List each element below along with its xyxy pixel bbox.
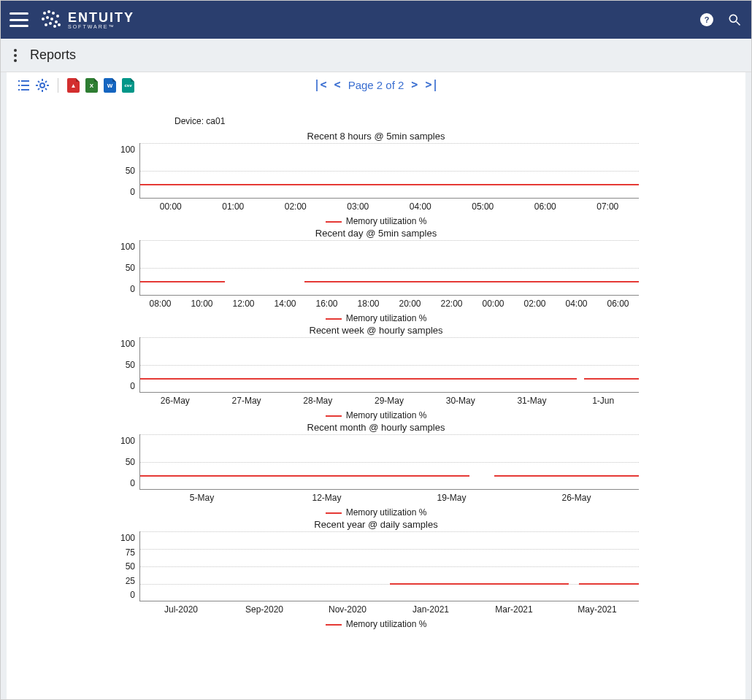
- plot-area: [139, 337, 639, 393]
- page-title: Reports: [30, 47, 76, 63]
- report-viewport[interactable]: ▲ X W csv |< < Page 2 of 2 > >| Device: …: [1, 72, 751, 699]
- chart-title: Recent year @ daily samples: [113, 519, 639, 530]
- svg-point-8: [45, 23, 47, 26]
- y-axis: 100500: [113, 143, 139, 199]
- legend-swatch-icon: [326, 318, 342, 320]
- doc-icon: W: [107, 82, 113, 89]
- page-prev-button[interactable]: <: [334, 78, 341, 91]
- paginator: |< < Page 2 of 2 > >|: [314, 78, 439, 91]
- export-pdf-button[interactable]: ▲: [67, 78, 80, 93]
- toolbar-separator: [58, 78, 58, 93]
- app-logo: ENTUITY SOFTWARE™: [40, 9, 134, 31]
- app-bar: ENTUITY SOFTWARE™ ?: [1, 1, 751, 39]
- chart-title: Recent day @ 5min samples: [113, 228, 639, 239]
- settings-button[interactable]: [36, 79, 49, 92]
- report-body: Device: ca01 Recent 8 hours @ 5min sampl…: [7, 99, 745, 644]
- chart-title: Recent month @ hourly samples: [113, 422, 639, 433]
- legend-label: Memory utilization %: [346, 507, 427, 518]
- page-next-button[interactable]: >: [411, 78, 418, 91]
- legend-label: Memory utilization %: [346, 410, 427, 420]
- svg-point-3: [56, 15, 59, 18]
- export-doc-button[interactable]: W: [104, 78, 116, 93]
- series-segment: [140, 184, 639, 185]
- toc-button[interactable]: [17, 79, 30, 92]
- svg-point-7: [55, 20, 58, 23]
- help-icon: ?: [700, 13, 713, 26]
- brand-sub: SOFTWARE™: [68, 24, 134, 29]
- gear-icon: [36, 79, 49, 92]
- x-axis: 5-May12-May19-May26-May: [139, 493, 639, 503]
- x-axis: 08:0010:0012:0014:0016:0018:0020:0022:00…: [139, 299, 639, 309]
- brand-name: ENTUITY: [68, 11, 134, 24]
- plot-area: [139, 434, 639, 490]
- svg-point-10: [53, 25, 56, 28]
- legend-label: Memory utilization %: [346, 313, 427, 323]
- svg-point-2: [52, 12, 55, 15]
- svg-point-20: [40, 83, 45, 88]
- chart-legend: Memory utilization %: [113, 410, 639, 420]
- svg-point-4: [42, 18, 45, 20]
- export-xls-button[interactable]: X: [85, 78, 98, 93]
- plot-area: [139, 240, 639, 296]
- x-axis: 00:0001:0002:0003:0004:0005:0006:0007:00: [139, 201, 639, 212]
- y-axis: 100500: [113, 240, 139, 296]
- chart-legend: Memory utilization %: [113, 507, 639, 518]
- svg-line-25: [38, 81, 39, 82]
- legend-swatch-icon: [326, 415, 342, 417]
- chart-title: Recent 8 hours @ 5min samples: [113, 131, 639, 142]
- svg-line-13: [737, 22, 740, 26]
- plot-area: [139, 531, 639, 601]
- series-segment: [390, 583, 569, 585]
- svg-point-11: [58, 23, 61, 26]
- legend-label: Memory utilization %: [346, 216, 427, 226]
- page-header: Reports: [1, 39, 751, 72]
- svg-point-12: [729, 15, 737, 22]
- svg-point-9: [49, 22, 52, 25]
- search-button[interactable]: [726, 12, 743, 28]
- chart-legend: Memory utilization %: [113, 216, 639, 226]
- svg-line-28: [45, 81, 47, 82]
- series-segment: [140, 281, 225, 282]
- y-axis: 100500: [113, 434, 139, 490]
- list-icon: [17, 79, 30, 92]
- legend-swatch-icon: [326, 221, 342, 223]
- report-paper: ▲ X W csv |< < Page 2 of 2 > >| Device: …: [7, 72, 745, 699]
- x-axis: 26-May27-May28-May29-May30-May31-May1-Ju…: [139, 396, 639, 406]
- page-menu-button[interactable]: [14, 49, 17, 62]
- series-segment: [140, 378, 577, 380]
- chart-1: Recent day @ 5min samples10050008:0010:0…: [113, 228, 639, 323]
- page-first-button[interactable]: |<: [314, 78, 327, 91]
- pdf-icon: ▲: [71, 82, 77, 89]
- svg-point-1: [47, 10, 50, 13]
- page-indicator: Page 2 of 2: [348, 79, 404, 91]
- help-button[interactable]: ?: [699, 12, 715, 28]
- chart-3: Recent month @ hourly samples1005005-May…: [113, 422, 639, 518]
- device-label: Device: ca01: [174, 116, 738, 126]
- svg-point-6: [50, 18, 53, 20]
- chart-4: Recent year @ daily samples1007550250Jul…: [113, 519, 639, 629]
- page-last-button[interactable]: >|: [425, 78, 438, 91]
- legend-label: Memory utilization %: [346, 619, 427, 629]
- csv-icon: csv: [124, 83, 131, 88]
- series-segment: [140, 475, 469, 477]
- x-axis: Jul-2020Sep-2020Nov-2020Jan-2021Mar-2021…: [139, 604, 639, 615]
- y-axis: 1007550250: [113, 531, 139, 601]
- chart-2: Recent week @ hourly samples10050026-May…: [113, 325, 639, 420]
- logo-mark-icon: [40, 9, 62, 31]
- series-segment: [304, 281, 639, 282]
- legend-swatch-icon: [326, 512, 342, 514]
- search-icon: [727, 12, 742, 27]
- chart-legend: Memory utilization %: [113, 619, 639, 629]
- chart-0: Recent 8 hours @ 5min samples10050000:00…: [113, 131, 639, 226]
- series-segment: [579, 583, 639, 585]
- y-axis: 100500: [113, 337, 139, 393]
- svg-line-27: [38, 88, 39, 90]
- svg-line-26: [45, 88, 47, 90]
- export-csv-button[interactable]: csv: [122, 78, 134, 93]
- svg-point-0: [43, 12, 46, 15]
- plot-area: [139, 143, 639, 199]
- chart-title: Recent week @ hourly samples: [113, 325, 639, 336]
- series-segment: [494, 475, 639, 477]
- svg-point-5: [46, 16, 49, 19]
- menu-button[interactable]: [9, 12, 28, 27]
